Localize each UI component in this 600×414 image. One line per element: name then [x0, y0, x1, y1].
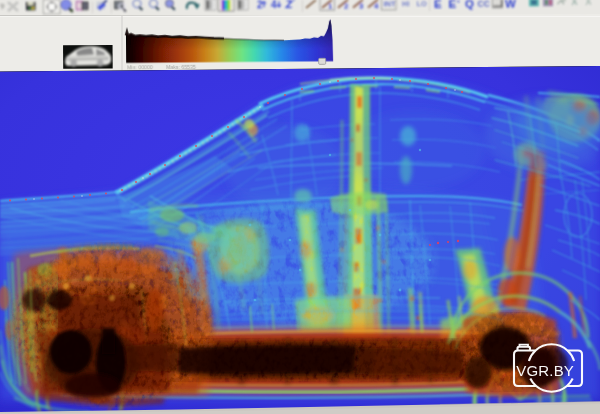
svg-text:INT: INT: [383, 0, 396, 8]
svg-text:2: 2: [344, 1, 349, 10]
svg-text:Maks: 65535: Maks: 65535: [166, 64, 196, 70]
svg-text:W: W: [505, 0, 516, 10]
svg-text:+: +: [456, 0, 460, 4]
svg-text:Min: 00000: Min: 00000: [127, 64, 153, 70]
svg-text:CC: CC: [477, 0, 489, 9]
svg-text:E: E: [448, 0, 456, 10]
svg-text:4: 4: [374, 1, 379, 10]
svg-text:3: 3: [359, 1, 364, 10]
svg-text:1: 1: [328, 1, 333, 10]
svg-text:LO: LO: [416, 0, 427, 8]
svg-text:VGR.BY: VGR.BY: [516, 362, 574, 379]
svg-text:Q: Q: [465, 0, 474, 10]
svg-text:2: 2: [257, 0, 263, 10]
svg-text:4: 4: [271, 0, 277, 10]
svg-text:HI: HI: [402, 0, 410, 8]
svg-text:E: E: [434, 0, 442, 10]
